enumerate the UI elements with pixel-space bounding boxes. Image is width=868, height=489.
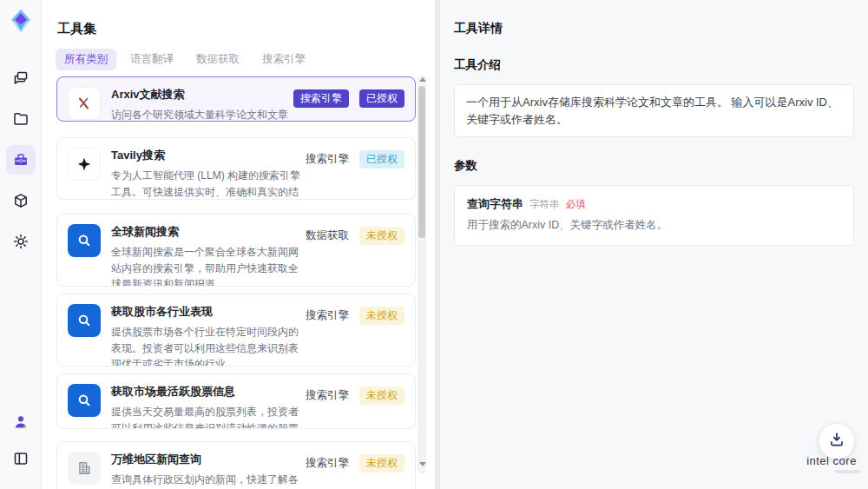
tool-meta: 搜索引擎 未授权 <box>306 306 404 325</box>
sidebar-item-panel-toggle[interactable] <box>6 444 36 473</box>
tool-meta: 搜索引擎 已授权 <box>293 89 404 108</box>
tool-card-stock-active[interactable]: 获取市场最活跃股票信息 提供当天交易量最高的股票列表，投资者可以利用这些信息来识… <box>56 373 416 429</box>
category-label: 搜索引擎 <box>306 456 349 471</box>
stock-active-icon <box>68 384 101 417</box>
scrollbar-thumb[interactable] <box>418 86 425 238</box>
param-description: 用于搜索的Arxiv ID、关键字或作者姓名。 <box>467 218 841 233</box>
tab-language-translation[interactable]: 语言翻译 <box>122 49 182 70</box>
auth-status-badge: 未授权 <box>359 307 404 325</box>
brand-subline <box>835 470 861 473</box>
sidebar-item-files[interactable] <box>6 104 36 134</box>
intel-core-logo: intel core <box>800 454 863 473</box>
tool-list-panel: 工具集 所有类别 语言翻译 数据获取 搜索引擎 Arxiv文献搜索 访问各个研究… <box>42 0 435 489</box>
details-title: 工具详情 <box>454 21 854 36</box>
tool-card-body: 获取股市各行业表现 提供股票市场各个行业在特定时间段内的表现。投资者可以利用这些… <box>111 302 306 358</box>
tool-list: Arxiv文献搜索 访问各个研究领域大量科学论文和文章的存储库。 搜索引擎 已授… <box>56 76 416 489</box>
tool-card-global-news[interactable]: 全球新闻搜索 全球新闻搜索是一个聚合全球各大新闻网站内容的搜索引擎，帮助用户快速… <box>56 214 416 287</box>
sidebar-item-user[interactable] <box>6 407 36 437</box>
auth-status-badge: 已授权 <box>359 89 404 108</box>
tool-name: Arxiv文献搜索 <box>111 87 293 102</box>
cube-icon <box>12 192 30 209</box>
scroll-up-icon[interactable] <box>419 77 426 82</box>
tool-meta: 搜索引擎 未授权 <box>306 453 404 472</box>
tool-name: 获取股市各行业表现 <box>111 304 306 320</box>
stock-sector-icon <box>68 304 101 337</box>
tool-name: 全球新闻搜索 <box>111 224 306 240</box>
tavily-star-icon <box>68 148 101 181</box>
auth-status-badge: 未授权 <box>359 387 404 405</box>
param-required-badge: 必填 <box>566 198 586 211</box>
chat-icon <box>12 69 30 87</box>
panel-toggle-icon <box>12 450 30 467</box>
sidebar-bottom <box>6 407 36 473</box>
tool-card-body: Tavily搜索 专为人工智能代理 (LLM) 构建的搜索引擎工具。可快速提供实… <box>111 146 306 191</box>
tool-card-body: 万维地区新闻查询 查询具体行政区划内的新闻，快速了解各地新闻动 <box>111 450 306 488</box>
news-search-icon <box>68 224 101 257</box>
building-icon <box>68 452 101 485</box>
auth-status-badge: 未授权 <box>359 454 404 472</box>
tool-name: 万维地区新闻查询 <box>111 452 306 467</box>
auth-status-badge: 未授权 <box>359 227 404 245</box>
download-icon <box>828 431 845 452</box>
tool-name: 获取市场最活跃股票信息 <box>111 384 306 400</box>
tool-card-tavily[interactable]: Tavily搜索 专为人工智能代理 (LLM) 构建的搜索引擎工具。可快速提供实… <box>56 137 416 200</box>
folder-icon <box>12 110 30 128</box>
param-header: 查询字符串 字符串 必填 <box>467 196 841 212</box>
tool-description: 全球新闻搜索是一个聚合全球各大新闻网站内容的搜索引擎，帮助用户快速获取全球最新资… <box>111 244 306 287</box>
param-box: 查询字符串 字符串 必填 用于搜索的Arxiv ID、关键字或作者姓名。 <box>454 185 854 246</box>
scroll-down-icon[interactable] <box>419 462 426 466</box>
intro-text: 一个用于从Arxiv存储库搜索科学论文和文章的工具。 输入可以是Arxiv ID… <box>466 96 838 126</box>
tool-description: 专为人工智能代理 (LLM) 构建的搜索引擎工具。可快速提供实时、准确和真实的结… <box>111 168 306 200</box>
category-label: 搜索引擎 <box>306 388 349 403</box>
tool-card-stock-sector[interactable]: 获取股市各行业表现 提供股票市场各个行业在特定时间段内的表现。投资者可以利用这些… <box>56 294 416 367</box>
tool-description: 提供股票市场各个行业在特定时间段内的表现。投资者可以利用这些信息来识别表现优于或… <box>111 324 306 367</box>
tool-description: 提供当天交易量最高的股票列表，投资者可以利用这些信息来识别流动性强的股票和潜在的… <box>111 404 306 429</box>
sidebar-item-settings[interactable] <box>6 227 36 256</box>
category-label: 数据获取 <box>306 228 349 243</box>
params-heading: 参数 <box>454 158 854 174</box>
param-type: 字符串 <box>529 198 560 211</box>
sidebar-item-tools[interactable] <box>6 145 36 175</box>
sidebar-item-chat[interactable] <box>6 63 36 93</box>
user-icon <box>12 413 30 431</box>
tool-card-body: 获取市场最活跃股票信息 提供当天交易量最高的股票列表，投资者可以利用这些信息来识… <box>111 382 306 420</box>
brand-text: intel core <box>800 454 863 467</box>
tool-meta: 数据获取 未授权 <box>306 226 404 245</box>
tool-card-arxiv[interactable]: Arxiv文献搜索 访问各个研究领域大量科学论文和文章的存储库。 搜索引擎 已授… <box>56 76 416 122</box>
tab-all-categories[interactable]: 所有类别 <box>56 49 116 70</box>
sidebar-nav <box>6 63 36 256</box>
app-logo-icon[interactable] <box>6 6 36 36</box>
auth-status-badge: 已授权 <box>359 150 404 169</box>
tool-meta: 搜索引擎 未授权 <box>306 386 404 405</box>
category-label: 搜索引擎 <box>306 308 349 323</box>
category-badge: 搜索引擎 <box>293 89 349 108</box>
tool-description: 查询具体行政区划内的新闻，快速了解各地新闻动 <box>111 472 306 489</box>
tool-card-regional-news[interactable]: 万维地区新闻查询 查询具体行政区划内的新闻，快速了解各地新闻动 搜索引擎 未授权 <box>56 441 416 489</box>
tab-data-fetching[interactable]: 数据获取 <box>187 49 248 70</box>
tool-name: Tavily搜索 <box>111 148 306 163</box>
toolbox-icon <box>12 151 30 169</box>
tool-meta: 搜索引擎 已授权 <box>306 149 404 169</box>
page-title: 工具集 <box>57 21 96 37</box>
category-tabs: 所有类别 语言翻译 数据获取 搜索引擎 <box>56 49 314 70</box>
arxiv-logo-icon <box>68 87 101 120</box>
intro-heading: 工具介绍 <box>454 57 854 73</box>
tab-search-engine[interactable]: 搜索引擎 <box>253 49 314 70</box>
tool-card-body: 全球新闻搜索 全球新闻搜索是一个聚合全球各大新闻网站内容的搜索引擎，帮助用户快速… <box>111 222 306 278</box>
category-label: 搜索引擎 <box>306 152 349 167</box>
tool-card-body: Arxiv文献搜索 访问各个研究领域大量科学论文和文章的存储库。 <box>111 85 293 113</box>
gear-icon <box>12 233 30 250</box>
intro-box: 一个用于从Arxiv存储库搜索科学论文和文章的工具。 输入可以是Arxiv ID… <box>454 84 854 137</box>
sidebar-item-packages[interactable] <box>6 186 36 215</box>
param-name: 查询字符串 <box>467 196 523 212</box>
tool-details-panel: 工具详情 工具介绍 一个用于从Arxiv存储库搜索科学论文和文章的工具。 输入可… <box>440 0 868 489</box>
tool-description: 访问各个研究领域大量科学论文和文章的存储库。 <box>111 107 293 122</box>
sidebar <box>0 0 42 489</box>
